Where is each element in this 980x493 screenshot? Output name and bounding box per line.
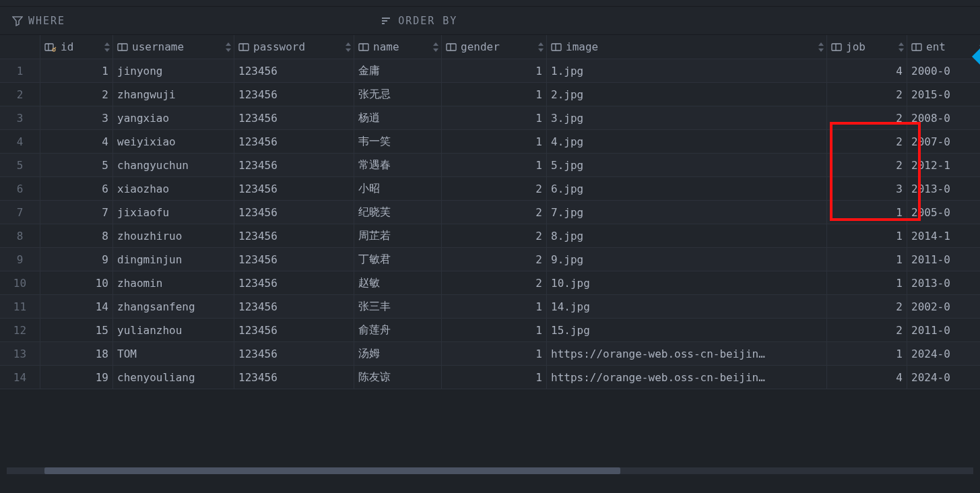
- table-row[interactable]: 77jixiaofu123456纪晓芙27.jpg12005-0: [0, 201, 980, 224]
- cell-username[interactable]: zhouzhiruo: [113, 224, 234, 247]
- orderby-filter[interactable]: ORDER BY: [372, 12, 465, 30]
- cell-gender[interactable]: 2: [442, 248, 547, 271]
- cell-ent[interactable]: 2013-0: [907, 271, 980, 294]
- cell-id[interactable]: 8: [40, 224, 113, 247]
- sort-arrows-icon[interactable]: [344, 42, 351, 52]
- cell-password[interactable]: 123456: [234, 201, 354, 224]
- cell-username[interactable]: jixiaofu: [113, 201, 234, 224]
- cell-ent[interactable]: 2011-0: [907, 248, 980, 271]
- cell-username[interactable]: weiyixiao: [113, 130, 234, 153]
- sort-arrows-icon[interactable]: [103, 42, 110, 52]
- column-header-name[interactable]: name: [354, 35, 442, 59]
- cell-ent[interactable]: 2011-0: [907, 319, 980, 341]
- column-header-username[interactable]: username: [113, 35, 234, 59]
- cell-name[interactable]: 周芷若: [354, 224, 442, 247]
- table-row[interactable]: 66xiaozhao123456小昭26.jpg32013-0: [0, 177, 980, 201]
- cell-username[interactable]: xiaozhao: [113, 177, 234, 200]
- cell-image[interactable]: 3.jpg: [547, 106, 827, 129]
- cell-username[interactable]: chenyouliang: [113, 366, 234, 389]
- horizontal-scrollbar[interactable]: [7, 467, 973, 474]
- table-row[interactable]: 1318TOM123456汤姆1https://orange-web.oss-c…: [0, 342, 980, 366]
- cell-id[interactable]: 4: [40, 130, 113, 153]
- cell-id[interactable]: 3: [40, 106, 113, 129]
- table-row[interactable]: 99dingminjun123456丁敏君29.jpg12011-0: [0, 248, 980, 271]
- cell-username[interactable]: yangxiao: [113, 106, 234, 129]
- table-row[interactable]: 88zhouzhiruo123456周芷若28.jpg12014-1: [0, 224, 980, 248]
- cell-id[interactable]: 1: [40, 59, 113, 82]
- cell-ent[interactable]: 2008-0: [907, 106, 980, 129]
- cell-name[interactable]: 张无忌: [354, 83, 442, 106]
- cell-image[interactable]: 9.jpg: [547, 248, 827, 271]
- cell-password[interactable]: 123456: [234, 295, 354, 318]
- table-row[interactable]: 1419chenyouliang123456陈友谅1https://orange…: [0, 366, 980, 389]
- cell-image[interactable]: https://orange-web.oss-cn-beijin…: [547, 342, 827, 365]
- cell-username[interactable]: zhangsanfeng: [113, 295, 234, 318]
- cell-password[interactable]: 123456: [234, 319, 354, 341]
- table-row[interactable]: 55changyuchun123456常遇春15.jpg22012-1: [0, 154, 980, 177]
- cell-ent[interactable]: 2005-0: [907, 201, 980, 224]
- table-row[interactable]: 1114zhangsanfeng123456张三丰114.jpg22002-0: [0, 295, 980, 319]
- cell-name[interactable]: 张三丰: [354, 295, 442, 318]
- cell-password[interactable]: 123456: [234, 248, 354, 271]
- cell-gender[interactable]: 2: [442, 224, 547, 247]
- cell-image[interactable]: 2.jpg: [547, 83, 827, 106]
- cell-name[interactable]: 常遇春: [354, 154, 442, 176]
- cell-ent[interactable]: 2012-1: [907, 154, 980, 176]
- cell-job[interactable]: 2: [827, 319, 907, 341]
- cell-password[interactable]: 123456: [234, 154, 354, 176]
- cell-image[interactable]: 5.jpg: [547, 154, 827, 176]
- cell-name[interactable]: 杨逍: [354, 106, 442, 129]
- cell-id[interactable]: 2: [40, 83, 113, 106]
- cell-gender[interactable]: 1: [442, 342, 547, 365]
- cell-ent[interactable]: 2002-0: [907, 295, 980, 318]
- cell-password[interactable]: 123456: [234, 177, 354, 200]
- sort-arrows-icon[interactable]: [224, 42, 231, 52]
- cell-gender[interactable]: 1: [442, 154, 547, 176]
- cell-image[interactable]: 10.jpg: [547, 271, 827, 294]
- cell-ent[interactable]: 2015-0: [907, 83, 980, 106]
- cell-id[interactable]: 14: [40, 295, 113, 318]
- table-row[interactable]: 44weiyixiao123456韦一笑14.jpg22007-0: [0, 130, 980, 154]
- cell-id[interactable]: 10: [40, 271, 113, 294]
- cell-image[interactable]: 8.jpg: [547, 224, 827, 247]
- cell-username[interactable]: jinyong: [113, 59, 234, 82]
- cell-name[interactable]: 俞莲舟: [354, 319, 442, 341]
- cell-username[interactable]: TOM: [113, 342, 234, 365]
- cell-password[interactable]: 123456: [234, 366, 354, 389]
- cell-username[interactable]: dingminjun: [113, 248, 234, 271]
- cell-gender[interactable]: 2: [442, 201, 547, 224]
- where-filter[interactable]: WHERE: [4, 12, 73, 30]
- cell-id[interactable]: 5: [40, 154, 113, 176]
- cell-ent[interactable]: 2000-0: [907, 59, 980, 82]
- cell-job[interactable]: 2: [827, 154, 907, 176]
- cell-password[interactable]: 123456: [234, 83, 354, 106]
- cell-image[interactable]: 14.jpg: [547, 295, 827, 318]
- data-grid[interactable]: idusernamepasswordnamegenderimagejobent …: [0, 35, 980, 389]
- cell-id[interactable]: 9: [40, 248, 113, 271]
- table-row[interactable]: 11jinyong123456金庸11.jpg42000-0: [0, 59, 980, 83]
- cell-password[interactable]: 123456: [234, 59, 354, 82]
- table-row[interactable]: 22zhangwuji123456张无忌12.jpg22015-0: [0, 83, 980, 106]
- table-row[interactable]: 1010zhaomin123456赵敏210.jpg12013-0: [0, 271, 980, 295]
- cell-image[interactable]: https://orange-web.oss-cn-beijin…: [547, 366, 827, 389]
- cell-username[interactable]: yulianzhou: [113, 319, 234, 341]
- cell-image[interactable]: 7.jpg: [547, 201, 827, 224]
- cell-job[interactable]: 2: [827, 83, 907, 106]
- cell-job[interactable]: 4: [827, 366, 907, 389]
- cell-image[interactable]: 1.jpg: [547, 59, 827, 82]
- cell-gender[interactable]: 1: [442, 295, 547, 318]
- table-row[interactable]: 1215yulianzhou123456俞莲舟115.jpg22011-0: [0, 319, 980, 342]
- cell-gender[interactable]: 1: [442, 106, 547, 129]
- sort-arrows-icon[interactable]: [817, 42, 824, 52]
- cell-name[interactable]: 金庸: [354, 59, 442, 82]
- column-header-job[interactable]: job: [827, 35, 907, 59]
- column-header-id[interactable]: id: [40, 35, 113, 59]
- cell-password[interactable]: 123456: [234, 342, 354, 365]
- cell-job[interactable]: 2: [827, 130, 907, 153]
- cell-password[interactable]: 123456: [234, 224, 354, 247]
- sort-arrows-icon[interactable]: [897, 42, 904, 52]
- cell-job[interactable]: 1: [827, 248, 907, 271]
- cell-username[interactable]: zhaomin: [113, 271, 234, 294]
- cell-password[interactable]: 123456: [234, 271, 354, 294]
- cell-gender[interactable]: 1: [442, 130, 547, 153]
